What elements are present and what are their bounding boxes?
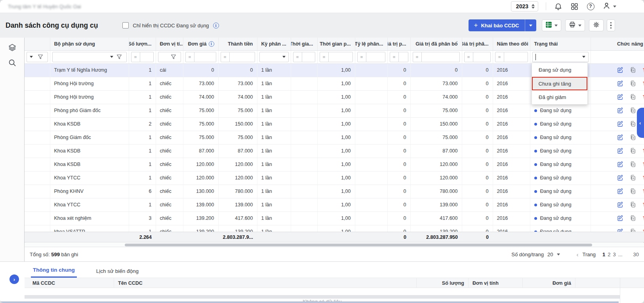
table-row[interactable]: Khoa YTCC1chiếc139.000139.0001 lần1,0001…	[25, 198, 644, 212]
filter-qty-input[interactable]	[140, 52, 154, 62]
equals-operator-icon[interactable]: =	[464, 52, 473, 62]
filter-val_period-input[interactable]	[399, 52, 408, 62]
side-panel-toggle[interactable]: ‹	[637, 108, 644, 138]
delete-row-icon[interactable]	[642, 80, 644, 88]
tab-inactive[interactable]: Lịch sử biến động	[94, 268, 141, 278]
user-account-menu[interactable]	[602, 2, 616, 11]
column-header-val_period[interactable]: Giá trị p...	[387, 38, 410, 50]
column-header-qty[interactable]: Số lượn...	[129, 38, 156, 50]
page-number-30[interactable]: 30	[633, 252, 639, 257]
column-header-time2[interactable]: Thời gian p...	[317, 38, 355, 50]
copy-row-icon[interactable]	[629, 66, 637, 74]
filter-status-input[interactable]	[538, 54, 580, 60]
filter-dept-input[interactable]	[55, 54, 108, 60]
column-header-val_allocated[interactable]: Giá trị đã phân bổ	[410, 38, 462, 50]
copy-row-icon[interactable]	[629, 201, 637, 209]
edit-row-icon[interactable]	[616, 160, 625, 169]
status-filter-combobox[interactable]	[532, 52, 589, 62]
page-number-1[interactable]: 1	[602, 252, 605, 257]
detail-scrollbar[interactable]	[25, 295, 620, 299]
filter-rate-input[interactable]	[366, 52, 385, 62]
detail-column-header[interactable]: Số lượng	[417, 278, 469, 288]
detail-column-header[interactable]: Thành tiền	[575, 278, 644, 288]
column-header-year[interactable]: Năm theo dõi	[493, 38, 530, 50]
copy-row-icon[interactable]	[629, 93, 637, 101]
equals-operator-icon[interactable]: =	[357, 52, 366, 62]
edit-row-icon[interactable]	[616, 93, 625, 101]
filter-amount-input[interactable]	[230, 52, 255, 62]
copy-row-icon[interactable]	[629, 187, 637, 196]
table-row[interactable]: khoa VSATTP1chiếc139.200139.2001 lần1,00…	[25, 225, 644, 232]
layers-icon[interactable]	[8, 43, 17, 54]
page-number-2[interactable]: 2	[608, 252, 610, 257]
page-number-3[interactable]: 3	[613, 252, 615, 257]
tab-active[interactable]: Thông tin chung	[31, 267, 77, 278]
edit-row-icon[interactable]	[616, 66, 625, 74]
settings-button[interactable]	[589, 19, 604, 31]
edit-row-icon[interactable]	[616, 133, 625, 142]
delete-row-icon[interactable]	[642, 147, 644, 155]
edit-row-icon[interactable]	[616, 228, 625, 232]
copy-row-icon[interactable]	[629, 228, 637, 232]
print-button[interactable]	[565, 19, 585, 31]
delete-row-icon[interactable]	[642, 160, 644, 169]
table-row[interactable]: Khoa xét nghiệm3chiếc139.200417.6001 lần…	[25, 212, 644, 225]
column-header-dept[interactable]: Bộ phận sử dụng	[50, 38, 129, 50]
copy-row-icon[interactable]	[629, 120, 637, 128]
detail-column-header[interactable]: Mã CCDC	[25, 278, 114, 288]
table-row[interactable]: Phòng KHNV6chiếc130.000780.0001 lần1,000…	[25, 185, 644, 198]
chevron-down-icon[interactable]	[110, 56, 113, 58]
declare-ccdc-dropdown-button[interactable]	[525, 19, 536, 31]
status-option-highlighted[interactable]: Chưa ghi tăng	[532, 77, 587, 91]
copy-row-icon[interactable]	[629, 147, 637, 155]
edit-row-icon[interactable]	[616, 201, 625, 209]
edit-row-icon[interactable]	[616, 187, 625, 196]
horizontal-scrollbar-thumb[interactable]	[125, 244, 592, 246]
filter-funnel-icon[interactable]	[115, 53, 124, 61]
filter-time2-input[interactable]	[329, 52, 353, 62]
equals-operator-icon[interactable]: =	[320, 52, 329, 62]
copy-row-icon[interactable]	[629, 133, 637, 142]
delete-row-icon[interactable]	[642, 174, 644, 182]
bottom-scroll-strip[interactable]	[0, 301, 619, 303]
year-spinner-icon[interactable]	[532, 4, 535, 9]
more-options-button[interactable]	[607, 19, 615, 31]
filter-period-input[interactable]	[263, 54, 280, 60]
column-header-unit[interactable]: Đơn vị tí...	[156, 38, 183, 50]
filter-val_allocated-input[interactable]	[422, 52, 460, 62]
chevron-down-icon[interactable]	[30, 56, 33, 58]
previous-page-button[interactable]: ‹	[577, 251, 579, 258]
detail-column-header[interactable]: Tên CCDC	[114, 278, 417, 288]
column-header-val_remain[interactable]: Giá trị phâ...	[462, 38, 493, 50]
table-row[interactable]: Khoa YTCC1chiếc120.000120.0001 lần1,0001…	[25, 171, 644, 185]
column-header-amount[interactable]: Thành tiền	[218, 38, 257, 50]
filter-year-input[interactable]	[504, 52, 528, 62]
info-icon[interactable]: i	[209, 41, 214, 47]
table-row[interactable]: Khoa KSDB1chiếc120.000120.0001 lần1,0001…	[25, 158, 644, 171]
copy-row-icon[interactable]	[629, 174, 637, 182]
filter-unit_price-input[interactable]	[194, 52, 216, 62]
table-row[interactable]: Khoa KSDB1chiếc87.00087.0001 lần1,00087.…	[25, 144, 644, 158]
notifications-bell-icon[interactable]	[554, 2, 562, 11]
edit-row-icon[interactable]	[616, 107, 625, 115]
column-header-period[interactable]: Kỳ phân ...	[257, 38, 291, 50]
equals-operator-icon[interactable]: =	[185, 52, 194, 62]
delete-row-icon[interactable]	[642, 228, 644, 232]
declare-ccdc-button[interactable]: + Khai báo CCDC	[469, 22, 525, 29]
edit-row-icon[interactable]	[616, 174, 625, 182]
status-option[interactable]: Đã ghi giảm	[532, 90, 587, 104]
year-selector[interactable]: 2023	[511, 1, 538, 11]
show-only-in-use-checkbox[interactable]	[122, 22, 129, 29]
column-header-rate[interactable]: Tỷ lệ phân...	[355, 38, 387, 50]
filter-funnel-icon[interactable]	[36, 53, 45, 61]
filter-unit-input[interactable]	[161, 54, 168, 60]
edit-row-icon[interactable]	[616, 120, 625, 128]
search-icon[interactable]	[8, 58, 17, 69]
edit-row-icon[interactable]	[616, 147, 625, 155]
equals-operator-icon[interactable]: =	[293, 52, 302, 62]
copy-row-icon[interactable]	[629, 107, 637, 115]
table-row[interactable]: Khoa KSDB2chiếc75.000150.0001 lần1,00015…	[25, 117, 644, 131]
equals-operator-icon[interactable]: =	[390, 52, 399, 62]
status-option[interactable]: Đang sử dụng	[532, 63, 587, 77]
copy-row-icon[interactable]	[629, 214, 637, 223]
